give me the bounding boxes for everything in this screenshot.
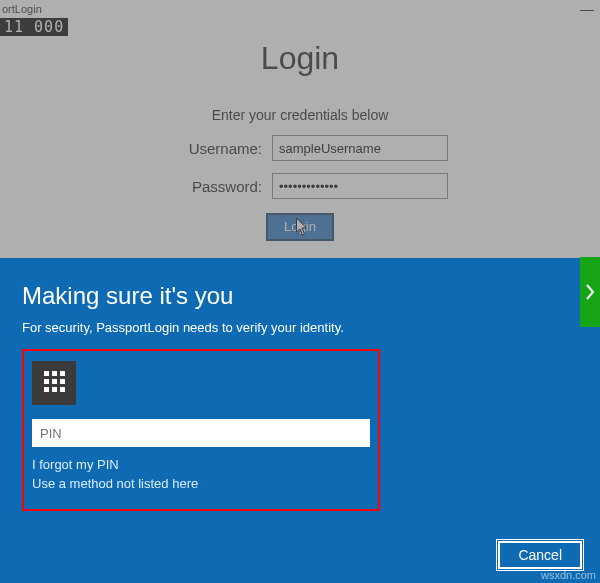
page-title: Login	[0, 40, 600, 77]
username-label: Username:	[152, 140, 262, 157]
status-badge: 11 000	[0, 18, 68, 36]
other-method-link[interactable]: Use a method not listed here	[32, 476, 370, 491]
watermark: wsxdn.com	[541, 569, 596, 581]
dialog-title: Making sure it's you	[22, 282, 578, 310]
window-title: ortLogin	[2, 3, 42, 15]
window-minimize[interactable]: —	[580, 1, 600, 17]
username-input[interactable]	[272, 135, 448, 161]
keypad-icon	[32, 361, 76, 405]
login-button[interactable]: Login	[266, 213, 334, 241]
login-button-label: Login	[284, 219, 316, 234]
window-titlebar: ortLogin —	[0, 0, 600, 18]
cancel-button[interactable]: Cancel	[498, 541, 582, 569]
login-window: ortLogin — 11 000 Login Enter your crede…	[0, 0, 600, 258]
dialog-description: For security, PassportLogin needs to ver…	[22, 320, 578, 335]
pin-section: I forgot my PIN Use a method not listed …	[22, 349, 380, 511]
forgot-pin-link[interactable]: I forgot my PIN	[32, 457, 370, 472]
password-label: Password:	[152, 178, 262, 195]
pin-input[interactable]	[32, 419, 370, 447]
password-input[interactable]	[272, 173, 448, 199]
credential-dialog: Making sure it's you For security, Passp…	[0, 258, 600, 583]
next-arrow-icon[interactable]	[580, 257, 600, 327]
page-subtitle: Enter your credentials below	[0, 107, 600, 123]
